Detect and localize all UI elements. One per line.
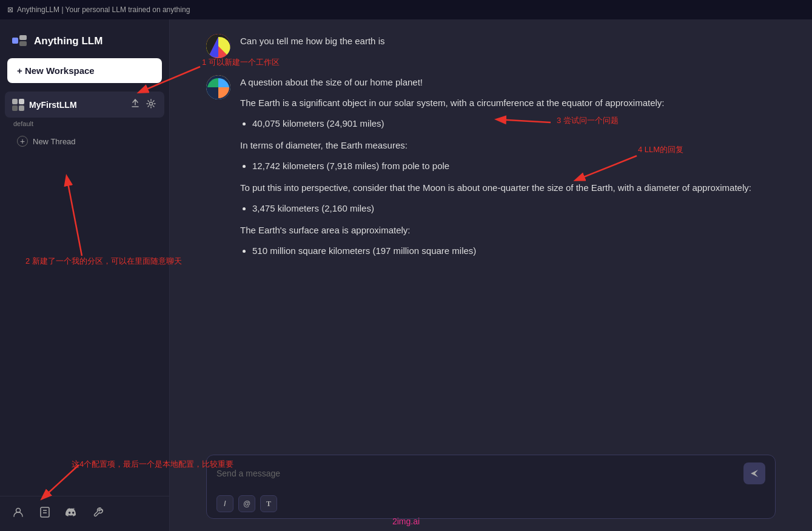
input-toolbar: / @ T bbox=[207, 492, 775, 518]
titlebar: ⊠ AnythingLLM | Your personal LLM traine… bbox=[0, 0, 812, 19]
app-layout: Anything LLM + New Workspace MyFirstLLM bbox=[0, 19, 812, 531]
user-avatar bbox=[206, 34, 230, 58]
sidebar-bottom bbox=[0, 496, 169, 531]
bullet-4-1: 510 million square kilometers (197 milli… bbox=[252, 244, 776, 258]
mention-button[interactable]: @ bbox=[238, 495, 255, 512]
bullet-1-1: 40,075 kilometers (24,901 miles) bbox=[252, 116, 776, 131]
logo-icon bbox=[10, 32, 29, 51]
workspace-icon bbox=[12, 99, 24, 111]
ai-response-p2: In terms of diameter, the Earth measures… bbox=[240, 138, 776, 153]
user-message-row: Can you tell me how big the earth is bbox=[206, 34, 776, 58]
ai-response-p4: The Earth's surface area is approximatel… bbox=[240, 223, 776, 238]
bullet-3-1: 3,475 kilometers (2,160 miles) bbox=[252, 201, 776, 216]
logo-text: Anything LLM bbox=[34, 35, 102, 47]
user-message-text: Can you tell me how big the earth is bbox=[240, 34, 776, 48]
svg-rect-2 bbox=[19, 41, 27, 46]
chat-area: Can you tell me how big the earth is A q… bbox=[170, 19, 812, 447]
input-area: / @ T bbox=[170, 447, 812, 531]
ai-message-text: A question about the size of our home pl… bbox=[240, 75, 776, 258]
message-input[interactable] bbox=[216, 469, 743, 478]
ai-response-title: A question about the size of our home pl… bbox=[240, 75, 776, 90]
ai-bullets-3: 3,475 kilometers (2,160 miles) bbox=[252, 201, 776, 216]
ai-bullets-1: 40,075 kilometers (24,901 miles) bbox=[252, 116, 776, 131]
main-content: Can you tell me how big the earth is A q… bbox=[170, 19, 812, 531]
new-workspace-button[interactable]: + New Workspace bbox=[7, 58, 162, 83]
titlebar-title: AnythingLLM | Your personal LLM trained … bbox=[17, 5, 190, 14]
slash-command-button[interactable]: / bbox=[216, 495, 233, 512]
wrench-icon-button[interactable] bbox=[90, 504, 107, 524]
thread-plus-icon: + bbox=[17, 136, 28, 147]
send-button[interactable] bbox=[743, 463, 765, 484]
svg-rect-0 bbox=[12, 38, 18, 44]
book-icon-button[interactable] bbox=[36, 504, 53, 524]
text-format-button[interactable]: T bbox=[260, 495, 277, 512]
ai-bullets-2: 12,742 kilometers (7,918 miles) from pol… bbox=[252, 159, 776, 173]
ai-avatar bbox=[206, 75, 230, 99]
workspace-name: MyFirstLLM bbox=[29, 100, 124, 110]
ai-response-p3: To put this into perspective, consider t… bbox=[240, 181, 776, 195]
user-message-content: Can you tell me how big the earth is bbox=[240, 34, 776, 48]
input-row bbox=[207, 455, 775, 492]
ai-message-row: A question about the size of our home pl… bbox=[206, 75, 776, 266]
ai-bullets-4: 510 million square kilometers (197 milli… bbox=[252, 244, 776, 258]
workspace-item[interactable]: MyFirstLLM bbox=[5, 92, 164, 118]
workspace-settings-button[interactable] bbox=[145, 98, 157, 112]
thread-label: New Thread bbox=[33, 137, 76, 146]
discord-icon-button[interactable] bbox=[63, 504, 80, 524]
person-icon-button[interactable] bbox=[10, 504, 27, 524]
workspace-actions bbox=[129, 98, 157, 112]
ai-message-content: A question about the size of our home pl… bbox=[240, 75, 776, 266]
workspace-export-button[interactable] bbox=[129, 98, 141, 112]
sidebar: Anything LLM + New Workspace MyFirstLLM bbox=[0, 19, 170, 531]
ai-response-p1: The Earth is a significant object in our… bbox=[240, 96, 776, 110]
sidebar-header: Anything LLM bbox=[0, 19, 169, 58]
workspace-subtitle: default bbox=[0, 119, 169, 131]
new-thread-item[interactable]: + New Thread bbox=[0, 131, 169, 152]
bullet-2-1: 12,742 kilometers (7,918 miles) from pol… bbox=[252, 159, 776, 173]
svg-point-3 bbox=[150, 102, 153, 105]
input-container: / @ T bbox=[206, 455, 776, 519]
svg-rect-1 bbox=[19, 35, 27, 40]
titlebar-icon: ⊠ bbox=[7, 5, 13, 14]
svg-rect-5 bbox=[41, 507, 49, 517]
